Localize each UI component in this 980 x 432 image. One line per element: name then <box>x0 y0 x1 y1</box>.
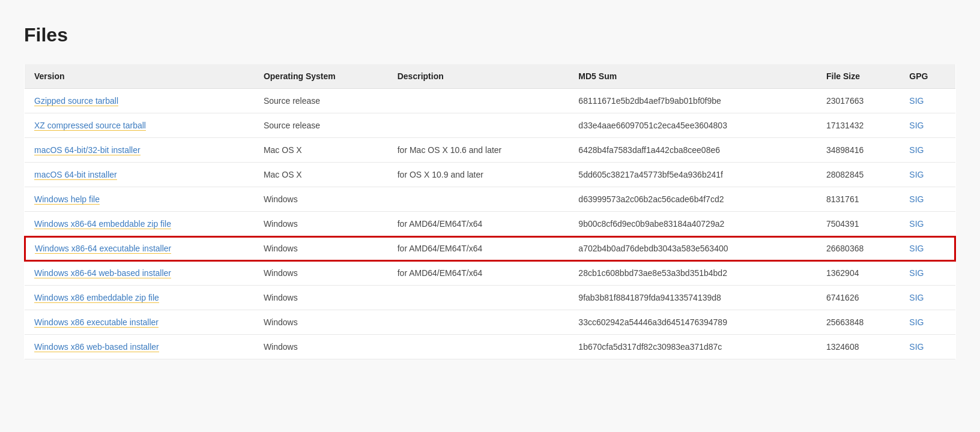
table-row: Windows x86-64 web-based installerWindow… <box>25 261 955 286</box>
filesize-cell: 7504391 <box>817 212 900 236</box>
sig-link[interactable]: SIG <box>909 121 924 130</box>
col-version: Version <box>25 64 254 89</box>
description-cell: for AMD64/EM64T/x64 <box>388 212 569 236</box>
gpg-cell: SIG <box>900 335 955 359</box>
filesize-cell: 25663848 <box>817 310 900 335</box>
os-cell: Windows <box>254 187 388 212</box>
md5-cell: 28cb1c608bbd73ae8e53a3bd351b4bd2 <box>569 261 817 286</box>
version-link[interactable]: Windows x86 embeddable zip file <box>34 293 159 303</box>
gpg-cell: SIG <box>900 236 955 261</box>
description-cell <box>388 335 569 359</box>
os-cell: Windows <box>254 212 388 236</box>
description-cell: for AMD64/EM64T/x64 <box>388 236 569 261</box>
sig-link[interactable]: SIG <box>909 342 924 352</box>
md5-cell: 6428b4fa7583daff1a442cba8cee08e6 <box>569 138 817 163</box>
md5-cell: a702b4b0ad76debdb3043a583e563400 <box>569 236 817 261</box>
sig-link[interactable]: SIG <box>909 219 924 229</box>
sig-link[interactable]: SIG <box>909 145 924 155</box>
filesize-cell: 28082845 <box>817 163 900 187</box>
version-link[interactable]: macOS 64-bit/32-bit installer <box>34 145 141 155</box>
os-cell: Windows <box>254 335 388 359</box>
table-row: macOS 64-bit installerMac OS Xfor OS X 1… <box>25 163 955 187</box>
version-link[interactable]: Windows x86-64 web-based installer <box>34 268 171 278</box>
gpg-cell: SIG <box>900 187 955 212</box>
version-link[interactable]: Windows x86 executable installer <box>34 317 159 328</box>
filesize-cell: 8131761 <box>817 187 900 212</box>
filesize-cell: 1362904 <box>817 261 900 286</box>
table-row: XZ compressed source tarballSource relea… <box>25 113 955 138</box>
version-link[interactable]: Windows x86-64 executable installer <box>35 244 171 254</box>
col-md5: MD5 Sum <box>569 64 817 89</box>
table-row: Windows x86 web-based installerWindows1b… <box>25 335 955 359</box>
filesize-cell: 6741626 <box>817 286 900 310</box>
sig-link[interactable]: SIG <box>909 244 924 253</box>
md5-cell: 1b670cfa5d317df82c30983ea371d87c <box>569 335 817 359</box>
version-link[interactable]: macOS 64-bit installer <box>34 170 117 180</box>
os-cell: Source release <box>254 89 388 113</box>
col-gpg: GPG <box>900 64 955 89</box>
page-title: Files <box>24 24 956 46</box>
gpg-cell: SIG <box>900 138 955 163</box>
table-header-row: Version Operating System Description MD5… <box>25 64 955 89</box>
os-cell: Windows <box>254 261 388 286</box>
filesize-cell: 1324608 <box>817 335 900 359</box>
files-table: Version Operating System Description MD5… <box>24 64 956 359</box>
version-cell: macOS 64-bit installer <box>25 163 254 187</box>
md5-cell: d63999573a2c06b2ac56cade6b4f7cd2 <box>569 187 817 212</box>
table-row: Windows x86 executable installerWindows3… <box>25 310 955 335</box>
col-filesize: File Size <box>817 64 900 89</box>
version-cell: Windows x86 web-based installer <box>25 335 254 359</box>
description-cell <box>388 187 569 212</box>
sig-link[interactable]: SIG <box>909 293 924 302</box>
table-row: Windows help fileWindowsd63999573a2c06b2… <box>25 187 955 212</box>
version-cell: Windows x86 executable installer <box>25 310 254 335</box>
os-cell: Windows <box>254 286 388 310</box>
description-cell <box>388 89 569 113</box>
description-cell <box>388 113 569 138</box>
sig-link[interactable]: SIG <box>909 268 924 278</box>
version-cell: Gzipped source tarball <box>25 89 254 113</box>
version-link[interactable]: Windows x86 web-based installer <box>34 342 159 352</box>
version-cell: Windows x86-64 embeddable zip file <box>25 212 254 236</box>
os-cell: Windows <box>254 236 388 261</box>
md5-cell: 9fab3b81f8841879fda94133574139d8 <box>569 286 817 310</box>
filesize-cell: 23017663 <box>817 89 900 113</box>
gpg-cell: SIG <box>900 212 955 236</box>
filesize-cell: 17131432 <box>817 113 900 138</box>
description-cell: for Mac OS X 10.6 and later <box>388 138 569 163</box>
sig-link[interactable]: SIG <box>909 317 924 327</box>
version-link[interactable]: Windows x86-64 embeddable zip file <box>34 219 171 229</box>
os-cell: Mac OS X <box>254 163 388 187</box>
version-cell: Windows x86-64 web-based installer <box>25 261 254 286</box>
gpg-cell: SIG <box>900 113 955 138</box>
gpg-cell: SIG <box>900 89 955 113</box>
md5-cell: 9b00c8cf6d9ec0b9abe83184a40729a2 <box>569 212 817 236</box>
sig-link[interactable]: SIG <box>909 170 924 179</box>
table-row: Windows x86-64 embeddable zip fileWindow… <box>25 212 955 236</box>
md5-cell: 68111671e5b2db4aef7b9ab01bf0f9be <box>569 89 817 113</box>
table-row: Windows x86 embeddable zip fileWindows9f… <box>25 286 955 310</box>
table-row: Windows x86-64 executable installerWindo… <box>25 236 955 261</box>
version-cell: XZ compressed source tarball <box>25 113 254 138</box>
md5-cell: d33e4aae66097051c2eca45ee3604803 <box>569 113 817 138</box>
gpg-cell: SIG <box>900 286 955 310</box>
version-link[interactable]: Windows help file <box>34 194 100 205</box>
md5-cell: 5dd605c38217a45773bf5e4a936b241f <box>569 163 817 187</box>
gpg-cell: SIG <box>900 163 955 187</box>
table-row: Gzipped source tarballSource release6811… <box>25 89 955 113</box>
sig-link[interactable]: SIG <box>909 96 924 106</box>
version-cell: macOS 64-bit/32-bit installer <box>25 138 254 163</box>
version-link[interactable]: XZ compressed source tarball <box>34 121 146 131</box>
filesize-cell: 34898416 <box>817 138 900 163</box>
os-cell: Windows <box>254 310 388 335</box>
version-cell: Windows x86-64 executable installer <box>25 236 254 261</box>
sig-link[interactable]: SIG <box>909 194 924 204</box>
gpg-cell: SIG <box>900 310 955 335</box>
md5-cell: 33cc602942a54446a3d6451476394789 <box>569 310 817 335</box>
description-cell: for OS X 10.9 and later <box>388 163 569 187</box>
description-cell <box>388 286 569 310</box>
version-link[interactable]: Gzipped source tarball <box>34 96 118 106</box>
version-cell: Windows help file <box>25 187 254 212</box>
os-cell: Source release <box>254 113 388 138</box>
table-row: macOS 64-bit/32-bit installerMac OS Xfor… <box>25 138 955 163</box>
